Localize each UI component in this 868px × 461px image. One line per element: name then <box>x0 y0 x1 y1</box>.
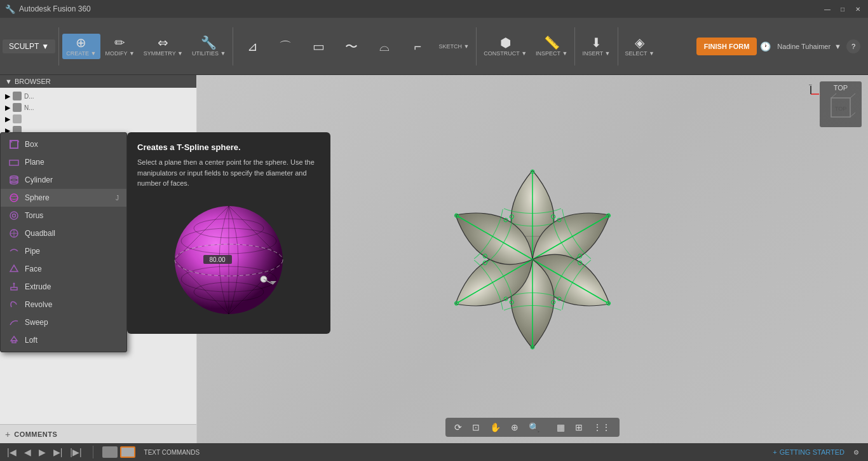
maximize-button[interactable]: □ <box>837 4 848 14</box>
svg-line-35 <box>850 93 855 98</box>
item-icon-1 <box>13 92 22 100</box>
display-mode-2[interactable]: ⊞ <box>571 420 587 434</box>
svg-text:TOP: TOP <box>835 106 846 112</box>
select-label: SELECT ▼ <box>625 50 654 57</box>
spline-icon: 〜 <box>345 40 358 53</box>
timeline-end-button[interactable]: |▶| <box>68 447 83 457</box>
menu-item-sweep-label: Sweep <box>25 318 48 327</box>
utilities-button[interactable]: 🔧 UTILITIES ▼ <box>188 34 229 59</box>
create-button[interactable]: ⊕ CREATE ▼ <box>62 34 100 59</box>
timeline-play-button[interactable]: ▶ <box>37 447 48 457</box>
menu-item-sphere[interactable]: Sphere J <box>1 189 126 207</box>
minimize-button[interactable]: — <box>822 4 832 14</box>
axis-indicator: X Z <box>801 85 820 104</box>
history-button[interactable]: 🕐 <box>758 39 772 53</box>
comments-bar[interactable]: + COMMENTS <box>0 424 196 443</box>
svg-rect-5 <box>10 177 18 182</box>
getting-started-button[interactable]: + GETTING STARTED <box>773 448 844 456</box>
timeline-thumb-1[interactable] <box>102 446 118 458</box>
menu-item-plane[interactable]: Plane <box>1 153 126 171</box>
help-button[interactable]: ? <box>846 39 860 53</box>
construct-tool-icon[interactable]: ⬢ CONSTRUCT ▼ <box>480 34 531 59</box>
finish-form-button[interactable]: FINISH FORM <box>696 38 757 55</box>
line-tool[interactable]: ⊿ <box>236 38 268 55</box>
rect-tool[interactable]: ▭ <box>302 38 334 55</box>
menu-item-pipe[interactable]: Pipe <box>1 242 126 260</box>
menu-item-quadball[interactable]: Quadball <box>1 224 126 242</box>
svg-point-10 <box>13 214 16 217</box>
tooltip-title: Creates a T-Spline sphere. <box>137 142 320 152</box>
menu-item-loft[interactable]: Loft <box>1 331 126 349</box>
insert-icon: ⬇ <box>591 36 602 49</box>
separator-2 <box>233 27 233 65</box>
comments-section: + COMMENTS <box>0 424 196 443</box>
timeline-start-button[interactable]: |◀ <box>5 447 18 457</box>
comments-label: COMMENTS <box>14 430 57 438</box>
svg-marker-19 <box>11 336 17 341</box>
browser-header[interactable]: ▼ BROWSER <box>0 75 196 88</box>
text-commands-toggle[interactable]: TEXT COMMANDS <box>140 448 204 457</box>
fillet-tool[interactable]: ⌓ <box>369 38 400 55</box>
menu-item-box[interactable]: Box <box>1 135 126 153</box>
svg-rect-15 <box>11 287 17 290</box>
arc-icon: ⌒ <box>279 40 292 53</box>
getting-started-plus: + <box>773 448 776 456</box>
item-icon-3 <box>13 114 22 123</box>
timeline-prev-button[interactable]: ◀ <box>22 447 33 457</box>
arc-tool[interactable]: ⌒ <box>269 38 301 55</box>
spline-tool[interactable]: 〜 <box>336 38 367 55</box>
insert-button[interactable]: ⬇ INSERT ▼ <box>578 34 614 59</box>
browser-item-2[interactable]: ▶ N... <box>3 102 194 113</box>
menu-item-extrude[interactable]: Extrude <box>1 278 126 296</box>
modify-button[interactable]: ✏ MODIFY ▼ <box>102 34 139 59</box>
menu-item-extrude-label: Extrude <box>25 282 51 291</box>
plane-icon <box>8 156 20 168</box>
home-button[interactable]: ⊡ <box>468 420 484 434</box>
timeline-thumb-2[interactable] <box>120 446 135 458</box>
utilities-label: UTILITIES ▼ <box>192 50 226 57</box>
quadball-icon <box>8 228 20 239</box>
symmetry-button[interactable]: ⇔ SYMMETRY ▼ <box>140 34 187 59</box>
close-button[interactable]: ✕ <box>853 4 863 14</box>
fit-button[interactable]: ⊕ <box>507 420 522 434</box>
item-icon-2 <box>13 103 22 112</box>
create-dropdown-menu: Box Plane Cylinder Sphere J <box>0 132 127 352</box>
menu-item-cylinder[interactable]: Cylinder <box>1 171 126 189</box>
pan-button[interactable]: ✋ <box>486 420 505 434</box>
timeline-thumbnails <box>102 446 135 458</box>
view-separator-1 <box>548 421 548 434</box>
torus-icon <box>8 210 20 221</box>
select-button[interactable]: ◈ SELECT ▼ <box>621 34 658 59</box>
svg-point-7 <box>10 194 18 202</box>
zoom-button[interactable]: 🔍 <box>525 420 543 434</box>
menu-item-box-label: Box <box>25 140 38 149</box>
view-toolbar: ⟳ ⊡ ✋ ⊕ 🔍 ▦ ⊞ ⋮⋮ <box>445 418 620 437</box>
comments-plus-icon: + <box>5 429 10 439</box>
orientation-label[interactable]: TOP TOP X Z <box>820 81 862 127</box>
rect-icon: ▭ <box>313 40 325 53</box>
titlebar: 🔧 Autodesk Fusion 360 — □ ✕ <box>0 0 868 18</box>
settings-button[interactable]: ⚙ <box>850 448 863 457</box>
menu-item-sweep[interactable]: Sweep <box>1 313 126 331</box>
menu-item-torus[interactable]: Torus <box>1 207 126 224</box>
menu-item-revolve[interactable]: Revolve <box>1 296 126 313</box>
user-info[interactable]: Nadine Tuhaimer ▼ <box>777 43 841 50</box>
modify-group: ✏ MODIFY ▼ <box>102 34 139 59</box>
insert-label: INSERT ▼ <box>582 50 610 57</box>
sketch-group: SKETCH ▼ <box>435 41 473 52</box>
sculpt-dropdown[interactable]: SCULPT ▼ <box>3 39 55 53</box>
svg-marker-14 <box>10 265 18 272</box>
display-mode-1[interactable]: ▦ <box>553 420 569 434</box>
sketch-button[interactable]: SKETCH ▼ <box>435 41 473 52</box>
display-mode-3[interactable]: ⋮⋮ <box>589 420 614 434</box>
timeline-next-button[interactable]: ▶| <box>51 447 65 457</box>
chamfer-icon: ⌐ <box>414 40 422 53</box>
modify-label: MODIFY ▼ <box>105 50 135 57</box>
inspect-button[interactable]: 📏 INSPECT ▼ <box>532 34 571 59</box>
browser-item-1[interactable]: ▶ D... <box>3 90 194 102</box>
browser-item-3[interactable]: ▶ <box>3 113 194 125</box>
orbit-button[interactable]: ⟳ <box>451 420 466 434</box>
fillet-icon: ⌓ <box>379 40 390 53</box>
menu-item-face[interactable]: Face <box>1 260 126 278</box>
chamfer-tool[interactable]: ⌐ <box>402 38 433 55</box>
